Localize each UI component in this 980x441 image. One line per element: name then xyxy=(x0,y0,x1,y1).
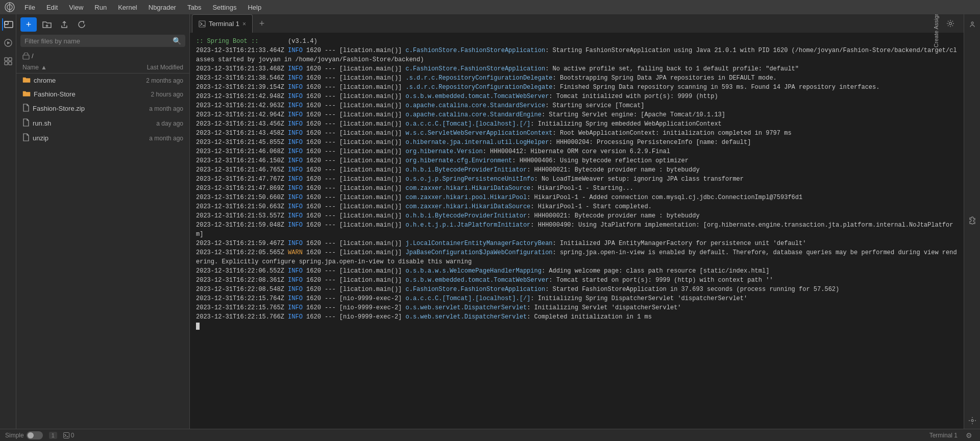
svg-rect-9 xyxy=(5,62,8,65)
list-item[interactable]: run.sha day ago xyxy=(16,116,189,131)
mode-label: Simple xyxy=(5,432,24,439)
menu-settings[interactable]: Settings xyxy=(207,2,241,13)
right-panel: Terminal 1 × + Create Assignment :: Spri… xyxy=(190,14,964,429)
log-class: c.FashionStore.FashionStoreApplication xyxy=(405,65,545,72)
list-item[interactable]: Fashion-Store.zipa month ago xyxy=(16,101,189,116)
svg-rect-14 xyxy=(23,55,29,59)
right-ext-icon[interactable] xyxy=(966,214,978,227)
log-timestamp: 2023-12-31T16:22:05.565Z xyxy=(196,249,284,256)
spring-version: (v3.1.4) xyxy=(288,38,317,45)
log-message: : Adding welcome page: class path resour… xyxy=(542,267,769,275)
terminal-output[interactable]: :: Spring Boot :: (v3.1.4)2023-12-31T16:… xyxy=(190,33,964,429)
terminal-line: 2023-12-31T16:21:53.557Z INFO 1620 --- [… xyxy=(196,211,958,220)
log-timestamp: 2023-12-31T16:21:50.660Z xyxy=(196,194,284,201)
log-timestamp: 2023-12-31T16:21:42.948Z xyxy=(196,93,284,100)
extensions-icon[interactable] xyxy=(2,55,14,67)
terminal-line: 2023-12-31T16:21:43.458Z INFO 1620 --- [… xyxy=(196,129,958,138)
log-level: INFO xyxy=(288,295,303,302)
sort-by-name[interactable]: Name ▲ xyxy=(22,64,112,71)
list-item[interactable]: unzipa month ago xyxy=(16,131,189,145)
svg-rect-7 xyxy=(5,58,8,61)
terminal-line: 2023-12-31T16:21:46.150Z INFO 1620 --- [… xyxy=(196,156,958,165)
list-item[interactable]: chrome2 months ago xyxy=(16,74,189,87)
log-level: INFO xyxy=(288,111,303,118)
simple-toggle[interactable]: Simple xyxy=(5,431,43,439)
right-top-icon[interactable] xyxy=(966,18,978,31)
toggle-switch[interactable] xyxy=(27,431,43,439)
right-gear-icon[interactable] xyxy=(966,414,978,427)
menu-run[interactable]: Run xyxy=(89,2,112,13)
terminal-tab[interactable]: Terminal 1 × xyxy=(192,14,253,33)
log-class: w.s.c.ServletWebServerApplicationContext xyxy=(405,130,552,137)
log-pid: 1620 --- [lication.main()] xyxy=(306,222,402,229)
filebrowser-icon[interactable] xyxy=(2,18,14,31)
log-level: INFO xyxy=(288,222,303,229)
terminal-line: 2023-12-31T16:21:50.663Z INFO 1620 --- [… xyxy=(196,202,958,211)
log-pid: 1620 --- [lication.main()] xyxy=(306,111,402,118)
log-level: INFO xyxy=(288,148,303,155)
refresh-button[interactable] xyxy=(75,17,89,32)
folder-icon xyxy=(22,90,31,99)
log-class: c.FashionStore.FashionStoreApplication xyxy=(405,47,545,54)
log-timestamp: 2023-12-31T16:21:46.150Z xyxy=(196,157,284,164)
svg-rect-8 xyxy=(9,58,12,61)
new-launcher-button[interactable]: + xyxy=(20,17,37,32)
log-timestamp: 2023-12-31T16:21:45.855Z xyxy=(196,139,284,146)
log-message: : Completed initialization in 1 ms xyxy=(527,313,652,321)
log-message: : HHH000204: Processing PersistenceInfo … xyxy=(549,139,751,146)
log-pid: 1620 --- [lication.main()] xyxy=(306,212,402,219)
menu-help[interactable]: Help xyxy=(242,2,266,13)
terminal-count: 0 xyxy=(71,432,75,439)
log-class: JpaBaseConfiguration$JpaWebConfiguration xyxy=(405,249,552,256)
log-level: INFO xyxy=(288,93,303,100)
menu-kernel[interactable]: Kernel xyxy=(113,2,142,13)
menu-tabs[interactable]: Tabs xyxy=(182,2,206,13)
new-folder-button[interactable] xyxy=(40,17,54,32)
menubar: File Edit View Run Kernel Nbgrader Tabs … xyxy=(0,0,980,14)
log-timestamp: 2023-12-31T16:21:47.869Z xyxy=(196,185,284,192)
log-timestamp: 2023-12-31T16:21:42.963Z xyxy=(196,102,284,109)
log-message: : No active profile set, falling back to… xyxy=(545,65,799,72)
right-icon-bar xyxy=(964,14,980,429)
log-pid: 1620 --- [lication.main()] xyxy=(306,249,402,256)
log-level: INFO xyxy=(288,286,303,293)
log-pid: 1620 --- [nio-9999-exec-2] xyxy=(306,295,402,302)
log-timestamp: 2023-12-31T16:22:15.766Z xyxy=(196,313,284,321)
log-class: o.h.e.t.j.p.i.JtaPlatformInitiator xyxy=(405,222,530,229)
log-message: : Started FashionStoreApplication in 37.… xyxy=(545,286,839,293)
file-name: Fashion-Store.zip xyxy=(33,105,112,112)
log-pid: 1620 --- [lication.main()] xyxy=(306,194,402,201)
log-timestamp: 2023-12-31T16:22:06.552Z xyxy=(196,267,284,275)
log-class: o.h.b.i.BytecodeProviderInitiator xyxy=(405,166,527,174)
svg-point-19 xyxy=(971,420,973,422)
tab-close-button[interactable]: × xyxy=(242,20,246,28)
log-message: : Root WebApplicationContext: initializa… xyxy=(553,130,792,137)
terminal-line: 2023-12-31T16:21:38.546Z INFO 1620 --- [… xyxy=(196,74,958,83)
log-timestamp: 2023-12-31T16:21:46.765Z xyxy=(196,166,284,174)
settings-icon[interactable] xyxy=(943,16,958,31)
tab-bar: Terminal 1 × + Create Assignment xyxy=(190,14,964,33)
log-timestamp: 2023-12-31T16:21:50.663Z xyxy=(196,203,284,210)
menu-edit[interactable]: Edit xyxy=(41,2,63,13)
search-input[interactable] xyxy=(24,37,173,45)
log-level: INFO xyxy=(288,304,303,311)
menu-file[interactable]: File xyxy=(19,2,40,13)
log-class: o.apache.catalina.core.StandardService xyxy=(405,102,545,109)
sort-by-modified[interactable]: Last Modified xyxy=(112,64,183,71)
terminal-line: 2023-12-31T16:21:42.964Z INFO 1620 --- [… xyxy=(196,110,958,119)
new-tab-button[interactable]: + xyxy=(255,16,269,31)
file-modified: a day ago xyxy=(112,120,183,127)
upload-button[interactable] xyxy=(57,17,71,32)
file-name: chrome xyxy=(34,77,112,84)
running-icon[interactable] xyxy=(2,37,14,49)
status-gear-button[interactable]: ⚙ xyxy=(963,429,975,442)
log-message: : HHH000021: Bytecode provider name : by… xyxy=(527,166,699,174)
list-item[interactable]: Fashion-Store2 hours ago xyxy=(16,87,189,101)
create-assignment-icon[interactable]: Create Assignment xyxy=(933,14,939,47)
menu-nbgrader[interactable]: Nbgrader xyxy=(143,2,181,13)
terminal-name-label: Terminal 1 xyxy=(929,432,958,439)
log-message: : HHH000406: Using bytecode reflection o… xyxy=(512,157,689,164)
log-level: INFO xyxy=(288,130,303,137)
menu-view[interactable]: View xyxy=(64,2,88,13)
log-message: : HikariPool-1 - Starting... xyxy=(530,185,633,192)
